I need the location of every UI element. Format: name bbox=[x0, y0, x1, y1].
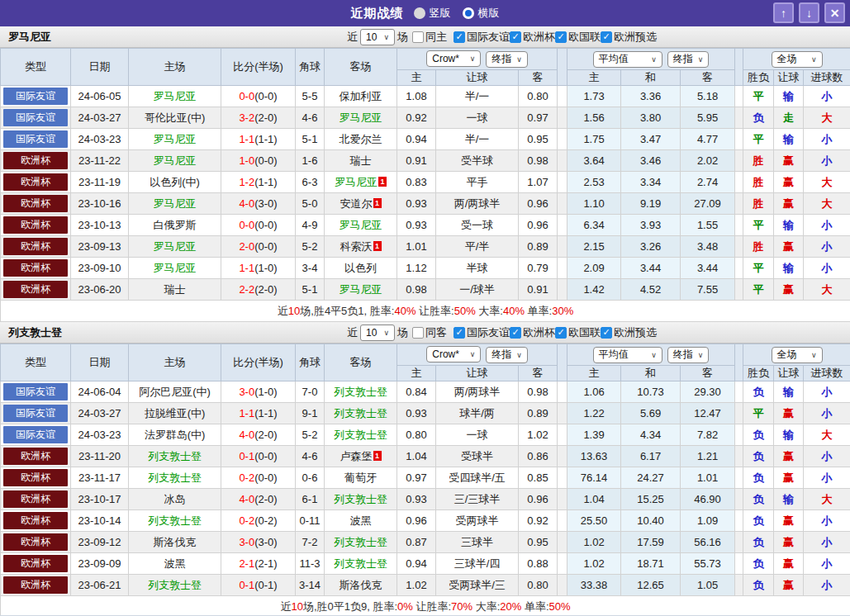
avg-away: 1.05 bbox=[681, 575, 735, 596]
match-date: 23-09-12 bbox=[71, 532, 129, 553]
scope-select[interactable]: 全场∨ bbox=[772, 347, 823, 363]
corners-cell: 5-1 bbox=[296, 279, 325, 301]
halftime-score: (0-0) bbox=[254, 154, 277, 167]
result-goals: 小 bbox=[804, 510, 850, 532]
corners-cell: 7-2 bbox=[296, 532, 325, 553]
league-checkbox-2[interactable]: ✓欧国联 bbox=[555, 325, 601, 340]
summary-segment: 50% bbox=[549, 600, 571, 613]
spacer-cell bbox=[735, 553, 743, 575]
result-outcome: 平 bbox=[743, 279, 774, 301]
avg-company-select[interactable]: 平均值∨ bbox=[593, 51, 662, 68]
avg-away: 5.18 bbox=[681, 86, 735, 107]
score-cell: 1-1(1-1) bbox=[221, 403, 296, 424]
layout-radio-vertical[interactable]: 竖版 bbox=[414, 6, 451, 21]
odds-company-select[interactable]: Crow*∨ bbox=[426, 346, 481, 362]
result-goals: 小 bbox=[804, 236, 850, 258]
odds-away: 0.95 bbox=[519, 129, 558, 150]
corners-cell: 3-14 bbox=[296, 575, 325, 596]
layout-radio-horizontal[interactable]: 横版 bbox=[463, 6, 500, 21]
away-team: 科索沃1 bbox=[325, 236, 397, 258]
league-checkbox-1[interactable]: ✓欧洲杯 bbox=[510, 325, 555, 340]
league-checkbox-2[interactable]: ✓欧国联 bbox=[555, 30, 601, 45]
away-team: 列支敦士登 bbox=[325, 553, 397, 575]
halftime-score: (0-0) bbox=[254, 240, 277, 253]
odds-handicap: 平手 bbox=[436, 172, 519, 193]
away-team: 罗马尼亚 bbox=[325, 215, 397, 236]
subcol-header: 让球 bbox=[774, 366, 804, 381]
score-cell: 2-2(2-0) bbox=[221, 279, 296, 301]
match-date: 23-10-17 bbox=[71, 489, 129, 510]
match-row: 欧洲杯23-10-14列支敦士登0-2(0-2)0-11波黑0.96受两球半0.… bbox=[1, 510, 850, 532]
scroll-up-button[interactable]: ↑ bbox=[773, 2, 794, 23]
away-team-name: 列支敦士登 bbox=[334, 493, 387, 505]
result-outcome-value: 平 bbox=[753, 219, 764, 231]
same-venue-checkbox[interactable]: 同客 bbox=[412, 325, 447, 340]
league-checkbox-3[interactable]: ✓欧洲预选 bbox=[601, 30, 657, 45]
odds-away: 0.89 bbox=[519, 236, 558, 258]
match-type-tag: 国际友谊 bbox=[3, 405, 68, 422]
corners-cell: 4-6 bbox=[296, 107, 325, 129]
avg-away: 1.21 bbox=[681, 446, 735, 467]
league-checkbox-3[interactable]: ✓欧洲预选 bbox=[601, 325, 657, 340]
col-header: 日期 bbox=[71, 49, 129, 86]
avg-draw: 10.73 bbox=[621, 381, 681, 403]
avg-final-select[interactable]: 终指∨ bbox=[667, 347, 710, 363]
avg-home: 3.64 bbox=[567, 150, 621, 172]
avg-company-select[interactable]: 平均值∨ bbox=[593, 347, 662, 363]
corners-cell: 11-3 bbox=[296, 553, 325, 575]
radio-label: 竖版 bbox=[430, 6, 451, 21]
spacer-cell bbox=[735, 258, 743, 279]
avg-draw: 17.59 bbox=[621, 532, 681, 553]
league-checkbox-3-label: 欧洲预选 bbox=[614, 325, 657, 340]
col-header: 角球 bbox=[296, 344, 325, 381]
match-type-cell: 国际友谊 bbox=[1, 381, 71, 403]
avg-final-select[interactable]: 终指∨ bbox=[667, 51, 710, 68]
same-venue-checkbox-label: 同客 bbox=[425, 325, 447, 340]
odds-final-select[interactable]: 终指∨ bbox=[486, 347, 528, 363]
result-handicap: 输 bbox=[774, 129, 804, 150]
corners-cell: 0-11 bbox=[296, 510, 325, 532]
away-team: 瑞士 bbox=[325, 150, 397, 172]
subcol-header: 主 bbox=[397, 70, 436, 86]
avg-away: 2.74 bbox=[681, 172, 735, 193]
subcol-header: 让球 bbox=[774, 70, 804, 86]
odds-home: 1.02 bbox=[397, 575, 436, 596]
league-checkbox-1[interactable]: ✓欧洲杯 bbox=[510, 30, 555, 45]
odds-company-select[interactable]: Crow*∨ bbox=[426, 50, 481, 67]
league-checkbox-0[interactable]: ✓国际友谊 bbox=[453, 30, 510, 45]
summary-segment: 20% bbox=[500, 600, 521, 613]
spacer-cell bbox=[558, 575, 567, 596]
match-type-tag: 国际友谊 bbox=[3, 383, 68, 400]
corners-cell: 6-1 bbox=[296, 489, 325, 510]
match-type-cell: 欧洲杯 bbox=[1, 193, 71, 215]
spacer-cell bbox=[735, 236, 743, 258]
match-count-select[interactable]: 10∨ bbox=[360, 29, 395, 45]
home-team: 列支敦士登 bbox=[129, 446, 221, 467]
radio-selected-icon bbox=[463, 7, 474, 19]
odds-home: 0.84 bbox=[397, 381, 436, 403]
close-button[interactable]: ✕ bbox=[824, 2, 845, 23]
fulltime-score: 2-1 bbox=[239, 557, 254, 570]
result-outcome-value: 负 bbox=[753, 514, 764, 527]
odds-final-select[interactable]: 终指∨ bbox=[486, 51, 528, 68]
result-outcome: 负 bbox=[743, 424, 774, 446]
summary-segment: 10 bbox=[291, 600, 302, 613]
result-goals-value: 大 bbox=[822, 283, 833, 296]
fulltime-score: 0-2 bbox=[239, 471, 254, 484]
scope-select[interactable]: 全场∨ bbox=[772, 51, 823, 68]
result-handicap: 输 bbox=[774, 424, 804, 446]
same-venue-checkbox[interactable]: 同主 bbox=[412, 30, 447, 45]
chevron-down-icon: ∨ bbox=[811, 55, 817, 64]
spacer-cell bbox=[558, 258, 567, 279]
league-checkbox-0[interactable]: ✓国际友谊 bbox=[453, 325, 510, 340]
odds-home: 0.93 bbox=[397, 215, 436, 236]
match-count-select[interactable]: 10∨ bbox=[360, 325, 395, 341]
halftime-score: (1-1) bbox=[254, 176, 277, 188]
result-goals: 小 bbox=[804, 467, 850, 489]
halftime-score: (3-0) bbox=[254, 536, 277, 548]
result-handicap: 走 bbox=[774, 107, 804, 129]
scroll-down-button[interactable]: ↓ bbox=[799, 2, 819, 23]
away-team-name: 保加利亚 bbox=[340, 90, 382, 102]
match-type-tag: 欧洲杯 bbox=[3, 469, 68, 486]
away-team-name: 瑞士 bbox=[350, 154, 372, 167]
